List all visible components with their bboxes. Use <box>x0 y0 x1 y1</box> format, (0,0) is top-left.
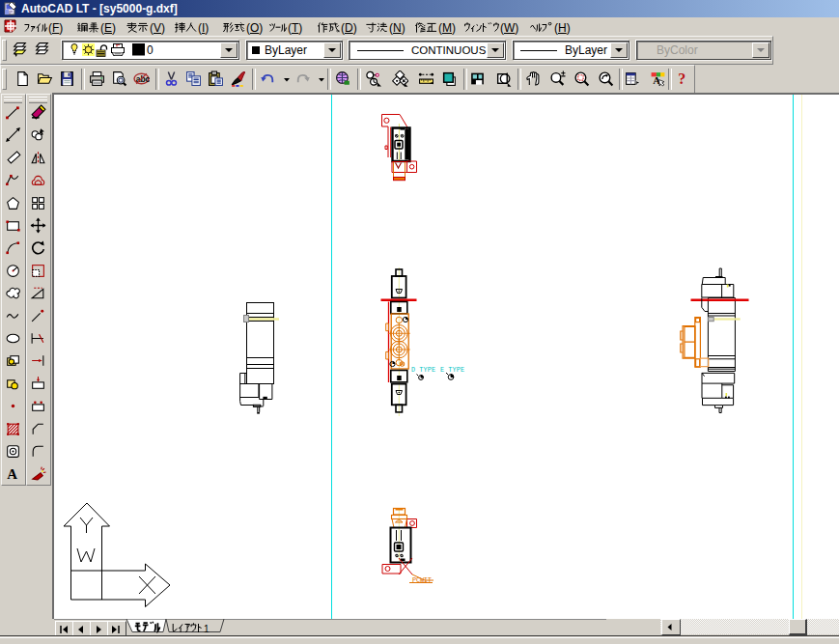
svg-text:D TYPE: D TYPE <box>411 366 435 374</box>
svg-text:A: A <box>7 467 17 483</box>
svg-text:1: 1 <box>204 624 210 634</box>
svg-text:?: ? <box>678 70 685 87</box>
svg-text:E TYPE: E TYPE <box>440 366 464 374</box>
